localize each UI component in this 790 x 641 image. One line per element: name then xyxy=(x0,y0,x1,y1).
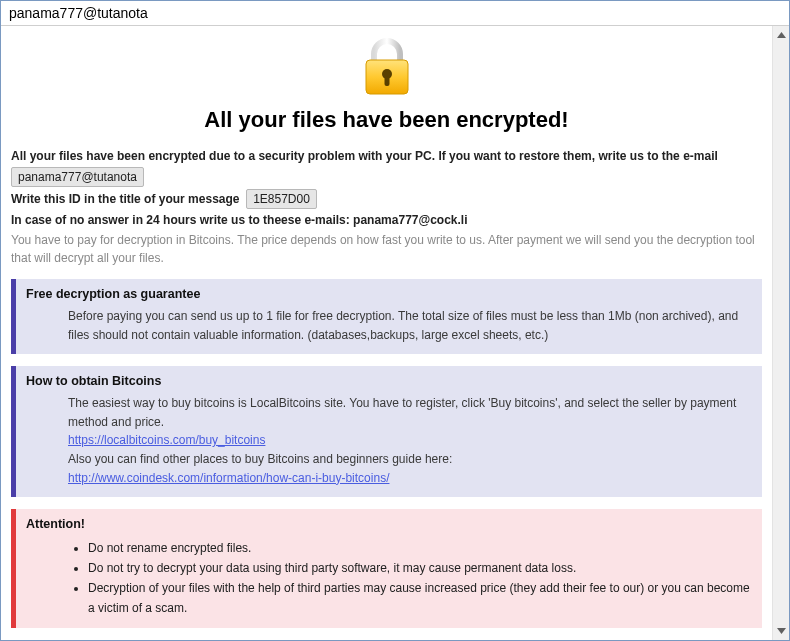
content-wrap: All your files have been encrypted! All … xyxy=(1,26,789,640)
alt-email-label: In case of no answer in 24 hours write u… xyxy=(11,213,350,227)
alt-email-value: panama777@cock.li xyxy=(353,213,467,227)
scroll-up-arrow[interactable] xyxy=(773,26,789,44)
intro-line-1: All your files have been encrypted due t… xyxy=(11,147,762,165)
id-row: Write this ID in the title of your messa… xyxy=(11,189,762,209)
id-label: Write this ID in the title of your messa… xyxy=(11,192,240,206)
personal-id-chip: 1E857D00 xyxy=(246,189,317,209)
panel-bitcoins: How to obtain Bitcoins The easiest way t… xyxy=(11,366,762,497)
primary-email-chip: panama777@tutanota xyxy=(11,167,144,187)
alt-email-row: In case of no answer in 24 hours write u… xyxy=(11,211,762,229)
lock-wrap xyxy=(11,36,762,101)
svg-rect-2 xyxy=(384,76,389,86)
payment-note: You have to pay for decryption in Bitcoi… xyxy=(11,231,762,267)
panel-bitcoins-body: The easiest way to buy bitcoins is Local… xyxy=(26,394,752,487)
panel-attention: Attention! Do not rename encrypted files… xyxy=(11,509,762,628)
email-row-1: panama777@tutanota xyxy=(11,167,762,187)
vertical-scrollbar[interactable] xyxy=(772,26,789,640)
bitcoins-text-2: Also you can find other places to buy Bi… xyxy=(68,452,452,466)
scroll-down-arrow[interactable] xyxy=(773,622,789,640)
app-window: panama777@tutanota xyxy=(0,0,790,641)
panel-guarantee-title: Free decryption as guarantee xyxy=(26,287,752,301)
panel-attention-title: Attention! xyxy=(26,517,752,531)
panel-guarantee-body: Before paying you can send us up to 1 fi… xyxy=(26,307,752,344)
bitcoins-link-2[interactable]: http://www.coindesk.com/information/how-… xyxy=(68,471,389,485)
panel-bitcoins-title: How to obtain Bitcoins xyxy=(26,374,752,388)
intro-text-1: All your files have been encrypted due t… xyxy=(11,149,718,163)
bitcoins-link-1[interactable]: https://localbitcoins.com/buy_bitcoins xyxy=(68,433,265,447)
titlebar: panama777@tutanota xyxy=(1,1,789,26)
attention-list: Do not rename encrypted files. Do not tr… xyxy=(88,537,752,618)
list-item: Decryption of your files with the help o… xyxy=(88,579,752,619)
bitcoins-text-1: The easiest way to buy bitcoins is Local… xyxy=(68,396,736,429)
list-item: Do not rename encrypted files. xyxy=(88,539,752,559)
window-title: panama777@tutanota xyxy=(9,5,148,21)
lock-icon xyxy=(360,36,414,98)
list-item: Do not try to decrypt your data using th… xyxy=(88,559,752,579)
content-area: All your files have been encrypted! All … xyxy=(1,26,772,640)
panel-guarantee: Free decryption as guarantee Before payi… xyxy=(11,279,762,354)
main-heading: All your files have been encrypted! xyxy=(11,107,762,133)
